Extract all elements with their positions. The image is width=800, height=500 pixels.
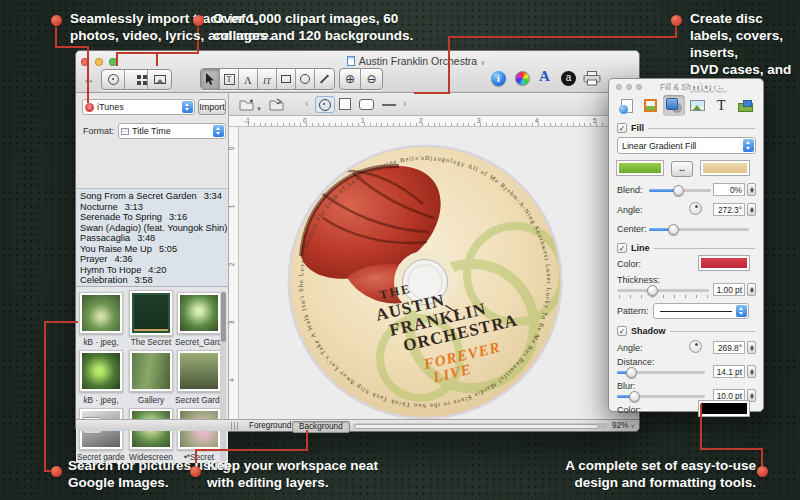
fill-checkbox[interactable] <box>617 123 627 133</box>
callout-dot <box>51 15 62 26</box>
fill-type-select[interactable]: Linear Gradient Fill <box>617 137 756 154</box>
clipart-collage-button[interactable] <box>125 70 148 89</box>
track-row[interactable]: Prayer4:36 <box>80 254 226 264</box>
inspector-tab-fill-shadow[interactable] <box>663 95 685 116</box>
track-row[interactable]: Hymn To Hope4:20 <box>80 265 226 275</box>
slider-knob[interactable] <box>668 224 679 235</box>
inspector-tab-info[interactable] <box>616 95 638 116</box>
image-thumbnail[interactable] <box>79 350 123 392</box>
colors-button[interactable] <box>515 71 530 86</box>
blur-slider[interactable] <box>617 395 705 398</box>
track-row[interactable]: Swan (Adagio) (feat. Youngok Shin)2:56 <box>80 223 226 233</box>
image-thumbnail[interactable] <box>129 290 173 336</box>
track-row[interactable]: Celebration3:58 <box>80 275 226 285</box>
splitter-grip[interactable] <box>231 422 240 430</box>
chevron-down-icon: ▼ <box>256 106 262 112</box>
track-row[interactable]: Serenade To Spring3:16 <box>80 212 226 222</box>
format-select[interactable]: Title Time <box>118 123 226 139</box>
track-row[interactable]: Song From a Secret Garden3:34 <box>80 191 226 201</box>
zoom-in-button[interactable] <box>340 69 361 89</box>
image-results-grid: kB · jpeg, The Secret Secret_Garde kB · … <box>76 289 228 463</box>
rounded-page-button[interactable] <box>359 99 374 110</box>
shadow-checkbox[interactable] <box>617 326 627 336</box>
print-button[interactable] <box>583 71 601 90</box>
text-box-tool-button[interactable] <box>220 69 239 89</box>
distance-slider[interactable] <box>617 371 705 374</box>
scrollbar-thumb[interactable] <box>221 292 226 342</box>
title-chevron-icon[interactable]: ∨ <box>480 59 485 66</box>
shadow-angle-knob[interactable] <box>689 340 702 353</box>
select-tool-button[interactable] <box>201 69 220 89</box>
callout-line <box>700 448 763 450</box>
disc-design[interactable]: Djangology All of Me Rythm-A-Ning Southw… <box>287 144 563 419</box>
shadow-color-swatch[interactable] <box>699 401 749 416</box>
inspector-tab-text[interactable] <box>710 95 732 116</box>
fill-angle-field[interactable]: 272.3° <box>713 203 745 216</box>
import-button[interactable]: Import <box>198 99 226 115</box>
pane-resize-icon[interactable]: ↔ <box>83 73 95 85</box>
inspector-tab-image[interactable] <box>687 95 709 116</box>
track-row[interactable]: You Raise Me Up5:05 <box>80 244 226 254</box>
scrollbar-thumb[interactable] <box>354 424 599 429</box>
tab-foreground[interactable]: Foreground <box>243 421 297 431</box>
fonts-button[interactable] <box>539 67 550 85</box>
page-prev-icon[interactable]: ‹ <box>305 99 308 109</box>
slider-knob[interactable] <box>629 391 640 402</box>
callout-dot <box>671 15 682 26</box>
thumbnails-scrollbar[interactable] <box>220 291 226 461</box>
fill-angle-knob[interactable] <box>689 202 702 215</box>
line-tool-button[interactable] <box>315 69 334 89</box>
thickness-field[interactable]: 1.00 pt <box>713 283 745 296</box>
center-slider[interactable] <box>649 228 749 231</box>
shadow-angle-stepper[interactable] <box>747 341 756 354</box>
minimize-button[interactable] <box>95 58 103 66</box>
line-color-swatch[interactable] <box>699 256 749 270</box>
zoom-out-button[interactable] <box>361 69 382 89</box>
fill-angle-stepper[interactable] <box>747 203 756 216</box>
ruler-horizontal: -1 0 1 2 3 4 5 <box>229 116 639 127</box>
inspector-tab-geometry[interactable] <box>640 95 662 116</box>
swap-gradient-colors-button[interactable] <box>671 161 693 177</box>
slider-knob[interactable] <box>673 185 684 196</box>
gradient-end-swatch[interactable] <box>701 161 749 175</box>
thickness-slider[interactable] <box>617 289 709 292</box>
rectangle-tool-button[interactable] <box>277 69 296 89</box>
add-object-button[interactable]: ▼ <box>239 97 262 115</box>
slider-knob[interactable] <box>647 285 658 296</box>
zoom-level-control[interactable]: 92% ∨ <box>612 421 635 430</box>
page-next-icon[interactable]: › <box>403 99 406 109</box>
track-row[interactable]: Passacaglia3:48 <box>80 233 226 243</box>
blend-value-field[interactable]: 0% <box>713 183 745 196</box>
import-media-button[interactable] <box>102 70 125 89</box>
slider-knob[interactable] <box>626 367 637 378</box>
image-thumbnail[interactable] <box>129 350 173 392</box>
italic-text-tool-button[interactable] <box>258 69 277 89</box>
text-art-tool-button[interactable] <box>239 69 258 89</box>
thickness-stepper[interactable] <box>747 283 756 296</box>
square-page-button[interactable] <box>339 98 351 110</box>
line-page-button[interactable] <box>382 104 396 106</box>
tab-background[interactable]: Background <box>292 421 350 433</box>
blend-stepper[interactable] <box>747 183 756 196</box>
special-characters-button[interactable] <box>561 71 576 86</box>
image-thumbnail[interactable] <box>79 292 123 334</box>
image-thumbnail[interactable] <box>177 350 221 392</box>
disc-page-button[interactable] <box>315 96 335 113</box>
track-row[interactable]: Nocturne3:13 <box>80 202 226 212</box>
source-select[interactable]: iTunes <box>82 99 195 115</box>
design-canvas[interactable]: Djangology All of Me Rythm-A-Ning Southw… <box>239 127 639 419</box>
inspector-tab-layout[interactable] <box>734 95 756 116</box>
image-thumbnail[interactable] <box>177 292 221 334</box>
blend-slider[interactable] <box>649 189 711 192</box>
info-button[interactable] <box>491 71 506 86</box>
export-button[interactable] <box>269 97 286 115</box>
gradient-start-swatch[interactable] <box>617 161 663 175</box>
pattern-select[interactable] <box>653 303 749 319</box>
canvas-horizontal-scrollbar[interactable] <box>353 423 607 429</box>
ellipse-tool-button[interactable] <box>296 69 315 89</box>
backgrounds-button[interactable] <box>148 70 171 89</box>
line-checkbox[interactable] <box>617 243 627 253</box>
distance-field[interactable]: 14.1 pt <box>713 365 745 378</box>
distance-stepper[interactable] <box>747 365 756 378</box>
shadow-angle-field[interactable]: 269.8° <box>713 341 745 354</box>
